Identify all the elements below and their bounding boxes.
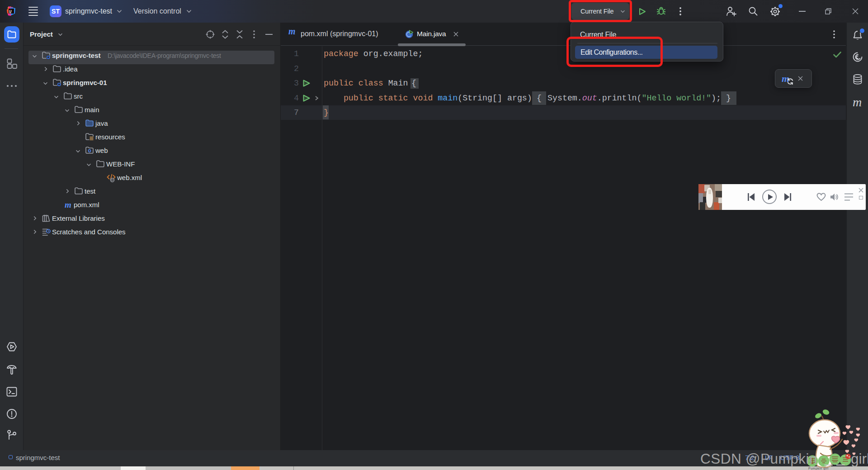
svg-text:IJ: IJ xyxy=(9,9,12,13)
